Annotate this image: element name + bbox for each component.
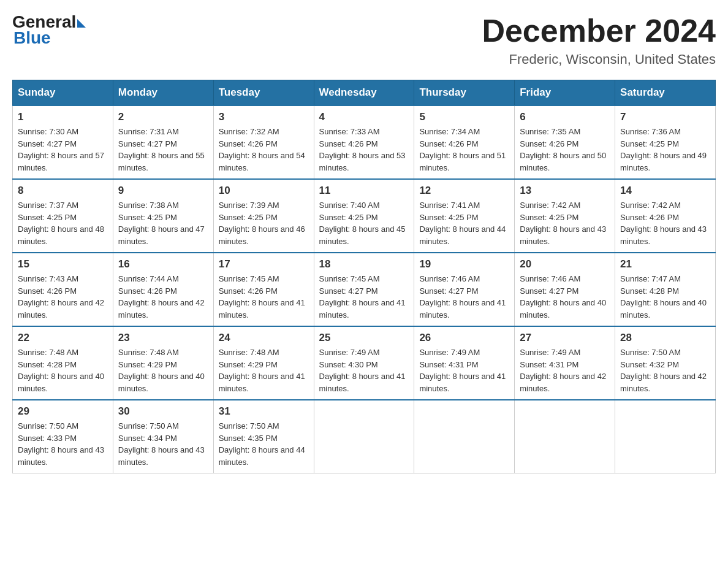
sunrise-label: Sunrise: 7:33 AM xyxy=(319,127,380,136)
page-header: General Blue December 2024 Frederic, Wis… xyxy=(12,12,716,67)
day-info: Sunrise: 7:49 AM Sunset: 4:30 PM Dayligh… xyxy=(319,347,409,394)
calendar-cell: 12 Sunrise: 7:41 AM Sunset: 4:25 PM Dayl… xyxy=(414,179,515,253)
calendar-cell: 2 Sunrise: 7:31 AM Sunset: 4:27 PM Dayli… xyxy=(113,105,213,179)
day-number: 27 xyxy=(520,332,610,344)
day-info: Sunrise: 7:48 AM Sunset: 4:29 PM Dayligh… xyxy=(118,347,208,394)
sunrise-label: Sunrise: 7:50 AM xyxy=(118,421,179,431)
day-number: 22 xyxy=(18,332,108,344)
col-tuesday: Tuesday xyxy=(213,80,314,106)
calendar-cell: 11 Sunrise: 7:40 AM Sunset: 4:25 PM Dayl… xyxy=(314,179,414,253)
logo-blue-text: Blue xyxy=(13,28,51,48)
calendar-cell: 26 Sunrise: 7:49 AM Sunset: 4:31 PM Dayl… xyxy=(414,326,515,400)
sunset-label: Sunset: 4:26 PM xyxy=(219,139,278,148)
sunrise-label: Sunrise: 7:49 AM xyxy=(520,348,580,357)
title-section: December 2024 Frederic, Wisconsin, Unite… xyxy=(482,12,716,67)
day-info: Sunrise: 7:37 AM Sunset: 4:25 PM Dayligh… xyxy=(18,199,108,247)
daylight-label: Daylight: 8 hours and 43 minutes. xyxy=(520,224,606,246)
header-row: Sunday Monday Tuesday Wednesday Thursday… xyxy=(13,80,716,106)
sunrise-label: Sunrise: 7:50 AM xyxy=(219,421,279,431)
daylight-label: Daylight: 8 hours and 43 minutes. xyxy=(118,445,205,467)
day-info: Sunrise: 7:38 AM Sunset: 4:25 PM Dayligh… xyxy=(118,199,208,247)
sunset-label: Sunset: 4:26 PM xyxy=(520,139,578,148)
calendar-cell xyxy=(314,400,414,473)
sunset-label: Sunset: 4:31 PM xyxy=(520,360,578,369)
day-number: 29 xyxy=(18,405,108,418)
sunrise-label: Sunrise: 7:48 AM xyxy=(18,348,78,357)
daylight-label: Daylight: 8 hours and 45 minutes. xyxy=(319,224,406,246)
calendar-cell: 8 Sunrise: 7:37 AM Sunset: 4:25 PM Dayli… xyxy=(13,179,113,253)
logo: General Blue xyxy=(12,12,86,48)
day-number: 9 xyxy=(118,185,208,197)
sunrise-label: Sunrise: 7:36 AM xyxy=(620,127,681,136)
day-number: 13 xyxy=(520,185,610,197)
day-info: Sunrise: 7:46 AM Sunset: 4:27 PM Dayligh… xyxy=(419,273,509,321)
day-number: 18 xyxy=(319,258,409,270)
calendar-cell: 17 Sunrise: 7:45 AM Sunset: 4:26 PM Dayl… xyxy=(213,253,314,326)
calendar-week-row: 22 Sunrise: 7:48 AM Sunset: 4:28 PM Dayl… xyxy=(13,326,716,400)
col-monday: Monday xyxy=(113,80,213,106)
calendar-cell: 10 Sunrise: 7:39 AM Sunset: 4:25 PM Dayl… xyxy=(213,179,314,253)
day-number: 15 xyxy=(18,258,108,270)
day-info: Sunrise: 7:49 AM Sunset: 4:31 PM Dayligh… xyxy=(520,347,610,394)
daylight-label: Daylight: 8 hours and 41 minutes. xyxy=(319,372,406,393)
day-number: 28 xyxy=(620,332,710,344)
daylight-label: Daylight: 8 hours and 41 minutes. xyxy=(219,372,305,393)
sunset-label: Sunset: 4:26 PM xyxy=(219,286,278,296)
daylight-label: Daylight: 8 hours and 42 minutes. xyxy=(520,372,606,393)
calendar-cell: 13 Sunrise: 7:42 AM Sunset: 4:25 PM Dayl… xyxy=(515,179,615,253)
daylight-label: Daylight: 8 hours and 46 minutes. xyxy=(219,224,305,246)
day-info: Sunrise: 7:45 AM Sunset: 4:27 PM Dayligh… xyxy=(319,273,409,321)
calendar-cell: 18 Sunrise: 7:45 AM Sunset: 4:27 PM Dayl… xyxy=(314,253,414,326)
day-number: 10 xyxy=(219,185,309,197)
col-wednesday: Wednesday xyxy=(314,80,414,106)
day-info: Sunrise: 7:41 AM Sunset: 4:25 PM Dayligh… xyxy=(419,199,509,247)
calendar-cell: 24 Sunrise: 7:48 AM Sunset: 4:29 PM Dayl… xyxy=(213,326,314,400)
day-number: 2 xyxy=(118,111,208,123)
day-number: 20 xyxy=(520,258,610,270)
sunrise-label: Sunrise: 7:32 AM xyxy=(219,127,279,136)
day-number: 17 xyxy=(219,258,309,270)
day-number: 31 xyxy=(219,405,309,418)
daylight-label: Daylight: 8 hours and 50 minutes. xyxy=(520,151,606,172)
day-number: 3 xyxy=(219,111,309,123)
day-number: 26 xyxy=(419,332,509,344)
daylight-label: Daylight: 8 hours and 55 minutes. xyxy=(118,151,205,172)
sunrise-label: Sunrise: 7:38 AM xyxy=(118,201,179,210)
day-info: Sunrise: 7:45 AM Sunset: 4:26 PM Dayligh… xyxy=(219,273,309,321)
day-number: 4 xyxy=(319,111,409,123)
sunset-label: Sunset: 4:26 PM xyxy=(620,213,679,222)
daylight-label: Daylight: 8 hours and 40 minutes. xyxy=(18,372,104,393)
day-number: 1 xyxy=(18,111,108,123)
day-number: 5 xyxy=(419,111,509,123)
day-info: Sunrise: 7:49 AM Sunset: 4:31 PM Dayligh… xyxy=(419,347,509,394)
sunset-label: Sunset: 4:25 PM xyxy=(620,139,679,148)
sunrise-label: Sunrise: 7:45 AM xyxy=(219,274,279,283)
day-number: 12 xyxy=(419,185,509,197)
sunset-label: Sunset: 4:28 PM xyxy=(18,360,77,369)
daylight-label: Daylight: 8 hours and 44 minutes. xyxy=(219,445,305,467)
day-number: 19 xyxy=(419,258,509,270)
day-info: Sunrise: 7:33 AM Sunset: 4:26 PM Dayligh… xyxy=(319,126,409,174)
col-friday: Friday xyxy=(515,80,615,106)
day-info: Sunrise: 7:32 AM Sunset: 4:26 PM Dayligh… xyxy=(219,126,309,174)
day-info: Sunrise: 7:43 AM Sunset: 4:26 PM Dayligh… xyxy=(18,273,108,321)
day-info: Sunrise: 7:36 AM Sunset: 4:25 PM Dayligh… xyxy=(620,126,710,174)
sunrise-label: Sunrise: 7:46 AM xyxy=(520,274,580,283)
day-info: Sunrise: 7:50 AM Sunset: 4:34 PM Dayligh… xyxy=(118,420,208,468)
sunrise-label: Sunrise: 7:42 AM xyxy=(520,201,580,210)
col-thursday: Thursday xyxy=(414,80,515,106)
calendar-cell: 9 Sunrise: 7:38 AM Sunset: 4:25 PM Dayli… xyxy=(113,179,213,253)
sunrise-label: Sunrise: 7:42 AM xyxy=(620,201,681,210)
day-number: 6 xyxy=(520,111,610,123)
daylight-label: Daylight: 8 hours and 53 minutes. xyxy=(319,151,406,172)
sunset-label: Sunset: 4:27 PM xyxy=(419,286,478,296)
daylight-label: Daylight: 8 hours and 51 minutes. xyxy=(419,151,506,172)
sunset-label: Sunset: 4:25 PM xyxy=(118,213,177,222)
calendar-cell: 7 Sunrise: 7:36 AM Sunset: 4:25 PM Dayli… xyxy=(615,105,716,179)
calendar-cell xyxy=(414,400,515,473)
sunrise-label: Sunrise: 7:49 AM xyxy=(419,348,480,357)
sunrise-label: Sunrise: 7:48 AM xyxy=(219,348,279,357)
sunset-label: Sunset: 4:27 PM xyxy=(520,286,578,296)
sunrise-label: Sunrise: 7:31 AM xyxy=(118,127,179,136)
calendar-cell: 21 Sunrise: 7:47 AM Sunset: 4:28 PM Dayl… xyxy=(615,253,716,326)
